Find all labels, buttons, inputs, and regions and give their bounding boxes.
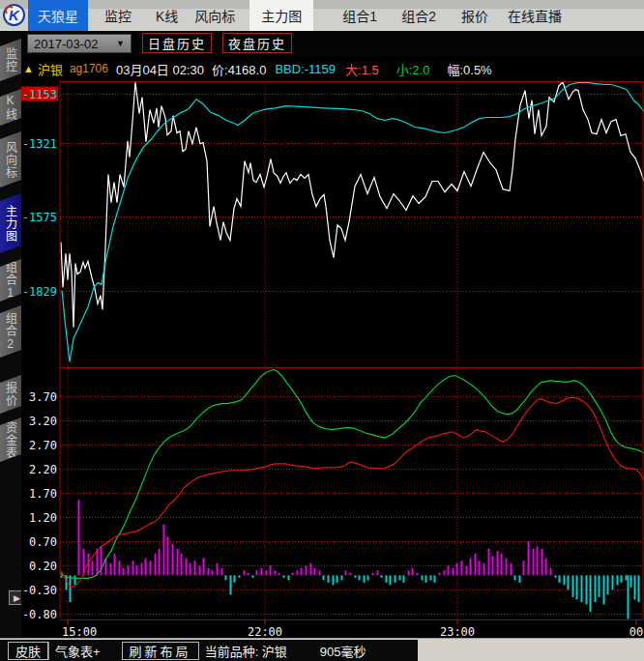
latency-label: 905毫秒: [320, 642, 366, 660]
quote-price: 价:4168.0: [212, 60, 266, 78]
y-axis-tick-label: -0.30: [22, 584, 57, 597]
menu-item-monitor[interactable]: 监控: [102, 0, 133, 31]
status-separator: [48, 642, 49, 660]
main-force-chart[interactable]: -1153-1321-1575-18293.703.202.702.201.70…: [21, 81, 644, 638]
menu-item-combo1[interactable]: 组合1: [340, 0, 379, 31]
quote-amplitude: 幅:0.5%: [447, 60, 491, 78]
sidebar-item-kline[interactable]: K线: [0, 89, 21, 126]
menu-bar: K 天狼星 监控K线风向标主力图组合1组合2报价在线直播: [0, 0, 644, 31]
quote-datetime: 03月04日 02:30: [116, 60, 204, 78]
app-logo-icon: K: [3, 4, 25, 26]
x-axis-tick-label: 15:00: [62, 625, 97, 639]
y-axis-tick-label: 2.70: [29, 439, 57, 452]
sidebar-item-fund-table[interactable]: 资金表: [0, 417, 21, 462]
menu-item-live-broadcast[interactable]: 在线直播: [506, 0, 564, 31]
x-axis-tick-label: 23:00: [440, 625, 475, 639]
refresh-layout-button[interactable]: 刷新布局: [122, 642, 199, 660]
contract-code: ag1706: [70, 62, 108, 75]
weather-table-button[interactable]: 气象表+: [55, 642, 101, 660]
menu-item-combo2[interactable]: 组合2: [399, 0, 438, 31]
quote-small-order: 小:2.0: [396, 60, 430, 78]
date-value: 2017-03-02: [34, 37, 99, 51]
date-dropdown[interactable]: 2017-03-02 ▼: [27, 34, 132, 53]
series-价格: [62, 83, 644, 362]
y-axis-tick-label: 3.20: [29, 415, 57, 428]
y-axis-tick-label: 3.70: [29, 390, 57, 404]
quote-big-order: 大:1.5: [345, 60, 379, 78]
y-axis-tick-label: -1829: [22, 285, 57, 299]
symbol-name: 沪银: [38, 60, 63, 78]
skin-button[interactable]: 皮肤: [8, 642, 48, 660]
sidebar-item-combo2[interactable]: 组合2: [0, 305, 21, 358]
status-left-panel: 皮肤 气象表+ 刷新布局 当前品种: 沪银 905毫秒: [0, 640, 418, 661]
main-menu: 监控K线风向标主力图组合1组合2报价在线直播: [88, 0, 564, 31]
menu-item-quotes[interactable]: 报价: [459, 0, 490, 31]
night-history-button[interactable]: 夜盘历史: [222, 33, 292, 53]
up-triangle-icon: ▲: [23, 63, 34, 74]
brand-title: 天狼星: [28, 0, 88, 31]
menu-item-kline[interactable]: K线: [154, 0, 180, 31]
main-panel-border: [60, 82, 643, 368]
y-axis-tick-label: -1321: [22, 137, 57, 151]
sidebar-item-combo1[interactable]: 组合1: [0, 259, 21, 302]
series-BBD: [61, 82, 644, 328]
y-axis-tick-label: -0.80: [22, 608, 57, 621]
quote-bbd: BBD:-1159: [275, 62, 336, 76]
series-红线: [60, 398, 644, 588]
y-axis-tick-label: 0.70: [29, 535, 57, 549]
menu-item-wind-vane[interactable]: 风向标: [192, 0, 237, 31]
y-axis-tick-label: -1575: [22, 211, 57, 224]
y-axis-tick-label: 1.70: [29, 487, 57, 501]
day-history-button[interactable]: 日盘历史: [142, 33, 212, 53]
series-绿线: [60, 370, 644, 579]
sidebar-item-monitor[interactable]: 监控: [0, 39, 21, 81]
x-axis-tick-label: 22:00: [248, 625, 282, 639]
current-instrument-label: 当前品种: 沪银: [205, 642, 287, 660]
sidebar: 监控K线风向标主力图组合1组合2报价资金表: [0, 31, 21, 638]
y-axis-tick-label: 2.20: [29, 463, 57, 476]
quote-header: ▲ 沪银 ag1706 03月04日 02:30 价:4168.0 BBD:-1…: [21, 56, 644, 81]
status-bar: 皮肤 气象表+ 刷新布局 当前品种: 沪银 905毫秒: [0, 638, 644, 661]
y-axis-tick-label: 1.20: [29, 511, 57, 525]
y-axis-tick-label: -1153: [22, 88, 57, 101]
x-axis-tick-label: 00: [629, 625, 643, 639]
history-toolbar: 2017-03-02 ▼ 日盘历史 夜盘历史: [0, 31, 644, 56]
sidebar-item-wind-vane[interactable]: 风向标: [0, 131, 21, 187]
sidebar-item-main-force[interactable]: 主力图: [0, 193, 21, 253]
menu-item-main-force[interactable]: 主力图: [249, 0, 313, 31]
sidebar-item-quotes[interactable]: 报价: [0, 375, 21, 414]
y-axis-tick-label: 0.20: [29, 560, 57, 573]
chevron-down-icon: ▼: [116, 39, 125, 48]
